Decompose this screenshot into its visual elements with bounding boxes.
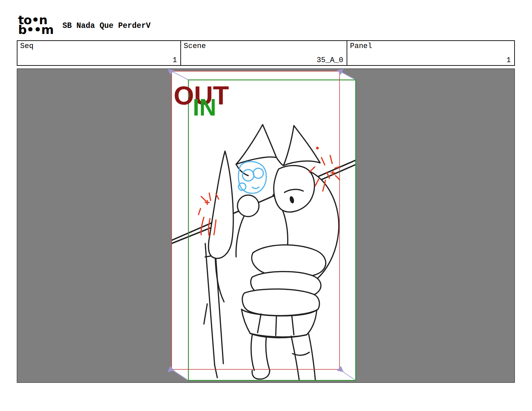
storyboard-page: to•nb••m SB Nada Que PerderV Seq 1 Scene… <box>0 0 532 411</box>
seq-cell: Seq 1 <box>17 41 180 65</box>
shoulder-circle <box>237 195 259 217</box>
panel-label: Panel <box>350 42 372 50</box>
storyboard-panel: OUT IN <box>17 68 515 383</box>
scene-cell: Scene 35_A_0 <box>180 41 347 65</box>
project-title: SB Nada Que PerderV <box>62 21 150 30</box>
seq-label: Seq <box>20 42 34 50</box>
logo-line-2: b••m <box>18 23 53 37</box>
toonboom-logo: to•nb••m <box>18 15 53 35</box>
scene-value: 35_A_0 <box>317 56 343 64</box>
panel-value: 1 <box>506 56 511 64</box>
scene-label: Scene <box>184 42 206 50</box>
seq-value: 1 <box>173 56 177 64</box>
camera-in-label: IN <box>193 96 216 119</box>
panel-artwork <box>17 69 515 383</box>
metadata-table: Seq 1 Scene 35_A_0 Panel 1 <box>17 40 515 66</box>
panel-cell: Panel 1 <box>347 41 514 65</box>
